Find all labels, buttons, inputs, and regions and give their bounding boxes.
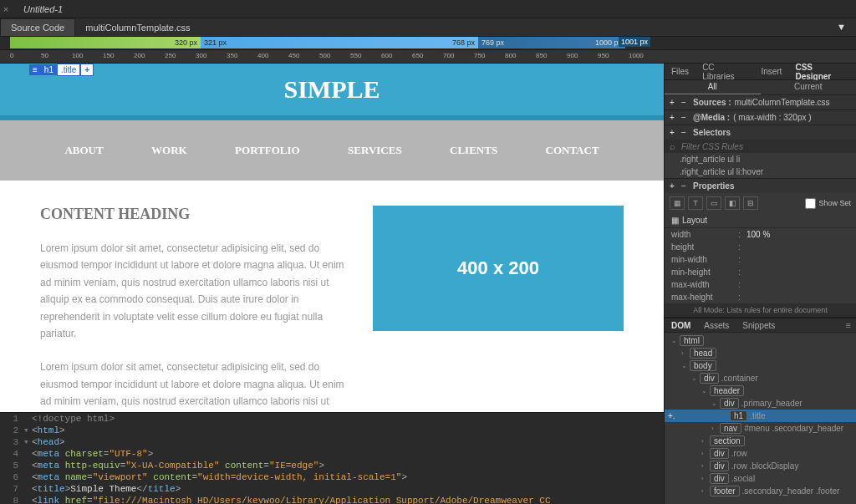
remove-icon[interactable]: − — [681, 181, 693, 191]
layout-property-row[interactable]: max-width: — [665, 278, 856, 291]
dom-node-div[interactable]: ›div.row — [665, 447, 856, 460]
dom-node-footer[interactable]: ›footer.secondary_header .footer — [665, 485, 856, 497]
dom-node-section[interactable]: ›section — [665, 435, 856, 447]
dom-node-h1[interactable]: +.h1.title — [665, 410, 856, 422]
remove-icon[interactable]: − — [681, 128, 693, 137]
ruler-tick: 500 — [319, 52, 330, 59]
css-subtabs: All Current — [665, 80, 856, 95]
image-placeholder: 400 x 200 — [373, 206, 624, 331]
properties-category-icons: ▦ T ▭ ◧ ⊟ Show Set — [665, 193, 856, 213]
document-tabs: × Untitled-1 — [0, 0, 856, 18]
code-view[interactable]: 1 <!doctype html> 2▾<html> 3▾<head> 4 <m… — [0, 412, 664, 504]
layout-property-row[interactable]: max-height: — [665, 291, 856, 303]
background-icon[interactable]: ◧ — [725, 196, 740, 210]
content-paragraph[interactable]: Lorem ipsum dolor sit amet, consectetur … — [40, 359, 348, 412]
ruler-tick: 600 — [381, 52, 392, 59]
dom-tab-assets[interactable]: Assets — [697, 319, 736, 332]
document-tab[interactable]: Untitled-1 — [12, 1, 74, 18]
element-selector-overlay: ≡ h1 .title + — [29, 64, 94, 76]
dom-node-div[interactable]: ›div.row .blockDisplay — [665, 460, 856, 472]
dom-tree[interactable]: ⌄html›head⌄body⌄div.container⌄header⌄div… — [665, 333, 856, 504]
add-icon[interactable]: + — [670, 181, 681, 191]
ruler-tick: 150 — [103, 52, 114, 59]
layout-property-row[interactable]: height: — [665, 241, 856, 253]
nav-item[interactable]: SERVICES — [348, 144, 402, 157]
add-node-icon[interactable]: +. — [665, 411, 675, 420]
ruler-tick: 900 — [567, 52, 578, 59]
css-file-tab[interactable]: multiColumnTemplate.css — [75, 19, 200, 36]
nav-item[interactable]: ABOUT — [64, 144, 103, 157]
dom-node-html[interactable]: ⌄html — [665, 334, 856, 347]
dom-node-header[interactable]: ⌄header — [665, 384, 856, 397]
properties-section[interactable]: + − Properties — [665, 179, 856, 193]
overlay-h1-tag[interactable]: h1 — [41, 64, 57, 75]
breakpoint-320[interactable]: 320 px — [10, 37, 201, 48]
close-doc-icon[interactable]: × — [0, 4, 12, 14]
add-icon[interactable]: + — [670, 113, 681, 122]
breakpoint-768[interactable]: 321 px768 px — [201, 37, 478, 48]
css-subtab-current[interactable]: Current — [761, 80, 857, 94]
overlay-add-icon[interactable]: + — [80, 64, 94, 76]
ruler-tick: 100 — [72, 52, 83, 59]
add-icon[interactable]: + — [670, 98, 681, 107]
ruler-tick: 250 — [165, 52, 176, 59]
remove-icon[interactable]: − — [681, 98, 693, 107]
ruler-tick: 50 — [41, 52, 48, 59]
scrub-handle[interactable]: 1001 px — [619, 37, 650, 47]
text-icon[interactable]: T — [688, 196, 703, 210]
layout-property-row[interactable]: min-width: — [665, 253, 856, 266]
nav-item[interactable]: PORTFOLIO — [235, 144, 300, 157]
dom-node-div[interactable]: ›div.social — [665, 472, 856, 485]
nav-item[interactable]: CLIENTS — [450, 144, 497, 157]
dom-tab-dom[interactable]: DOM — [665, 319, 697, 332]
dom-node-div[interactable]: ⌄div.container — [665, 372, 856, 384]
panel-tab-files[interactable]: Files — [665, 64, 696, 79]
page-nav: ABOUTWORKPORTFOLIOSERVICESCLIENTSCONTACT — [0, 120, 664, 181]
ruler: 0501001502002503003504004505005506006507… — [0, 50, 856, 64]
page-content: CONTENT HEADING Lorem ipsum dolor sit am… — [0, 181, 664, 412]
breakpoint-1000[interactable]: 769 px1000 px — [478, 37, 625, 48]
css-subtab-all[interactable]: All — [665, 80, 761, 94]
dom-node-body[interactable]: ⌄body — [665, 359, 856, 372]
info-text: All Mode: Lists rules for entire documen… — [665, 303, 856, 317]
design-canvas[interactable]: ≡ h1 .title + SIMPLE ABOUTWORKPORTFOLIOS… — [0, 64, 664, 412]
ruler-tick: 200 — [134, 52, 145, 59]
layout-property-row[interactable]: width:100 % — [665, 228, 856, 241]
more-icon[interactable]: ⊟ — [743, 196, 758, 210]
remove-icon[interactable]: − — [681, 113, 693, 122]
nav-item[interactable]: CONTACT — [546, 144, 599, 157]
sources-section[interactable]: + − Sources : multiColumnTemplate.css — [665, 95, 856, 109]
dom-node-head[interactable]: ›head — [665, 347, 856, 359]
css-rule[interactable]: .right_article ul li — [665, 153, 856, 165]
dom-node-nav[interactable]: ›nav#menu .secondary_header — [665, 422, 856, 435]
dom-node-div[interactable]: ⌄div.primary_header — [665, 397, 856, 410]
show-set-checkbox[interactable]: Show Set — [805, 198, 851, 209]
panel-tab-insert[interactable]: Insert — [754, 64, 788, 79]
ruler-tick: 700 — [443, 52, 454, 59]
nav-item[interactable]: WORK — [151, 144, 187, 157]
panel-menu-icon[interactable]: ≡ — [846, 320, 856, 330]
page-header: ≡ h1 .title + SIMPLE — [0, 64, 664, 120]
css-rule[interactable]: .right_article ul li:hover — [665, 165, 856, 178]
layout-icon[interactable]: ▦ — [670, 196, 685, 210]
css-search-input[interactable] — [681, 142, 851, 151]
ruler-tick: 650 — [412, 52, 423, 59]
ruler-tick: 750 — [474, 52, 485, 59]
layout-header: ▦Layout — [665, 213, 856, 228]
overlay-title-class[interactable]: .title — [57, 64, 80, 76]
ruler-tick: 400 — [257, 52, 268, 59]
selectors-section[interactable]: + − Selectors — [665, 125, 856, 140]
layout-property-row[interactable]: min-height: — [665, 266, 856, 278]
add-icon[interactable]: + — [670, 128, 681, 137]
dom-tabs: DOMAssetsSnippets≡ — [665, 318, 856, 333]
source-code-tab[interactable]: Source Code — [0, 18, 75, 36]
content-paragraph[interactable]: Lorem ipsum dolor sit amet, consectetur … — [40, 240, 348, 342]
hamburger-icon[interactable]: ≡ — [29, 64, 41, 75]
page-title[interactable]: SIMPLE — [0, 75, 664, 104]
filter-icon[interactable]: ▼ — [837, 22, 846, 32]
media-section[interactable]: + − @Media : ( max-width : 320px ) — [665, 110, 856, 125]
dom-tab-snippets[interactable]: Snippets — [736, 319, 782, 332]
right-panels: FilesCC LibrariesInsertCSS Designer All … — [664, 64, 856, 504]
border-icon[interactable]: ▭ — [706, 196, 721, 210]
content-heading[interactable]: CONTENT HEADING — [40, 206, 348, 223]
